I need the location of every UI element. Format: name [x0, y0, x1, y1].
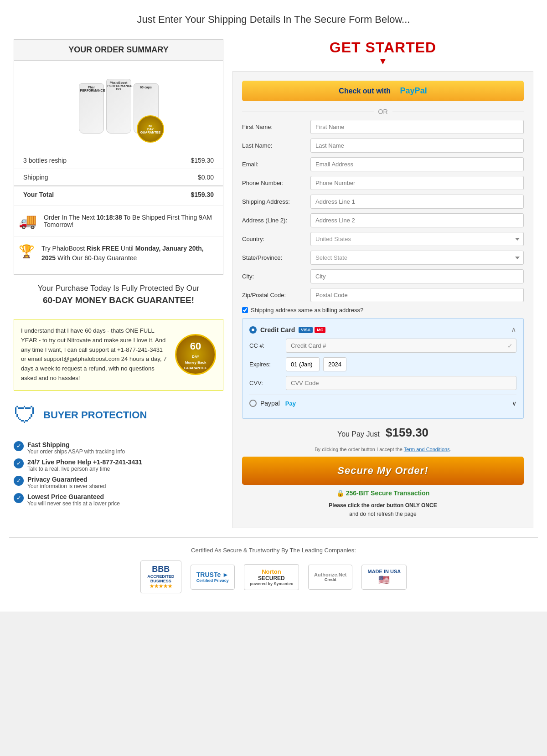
- billing-same-checkbox[interactable]: [242, 307, 248, 313]
- paypal-option-label: Paypal: [260, 400, 280, 407]
- money-back-badge: 60 DAY Money Back GUARANTEE: [175, 334, 216, 375]
- city-label: City:: [242, 269, 306, 280]
- protection-bold-text: 60-DAY MONEY BACK GUARANTEE!: [18, 295, 219, 305]
- address2-input[interactable]: [310, 213, 524, 227]
- buyer-protection-title: BUYER PROTECTION: [43, 409, 147, 421]
- phone-label: Phone Number:: [242, 176, 306, 186]
- cvv-input-wrap: [286, 376, 516, 390]
- cc-expires-row: Expires: 01 (Jan) 02 (Feb) 03 (Mar) 04 (…: [249, 357, 516, 371]
- truste-badge: TRUSTe ► Certified Privacy: [191, 565, 235, 590]
- last-name-input[interactable]: [310, 139, 524, 153]
- radio-inner: [252, 329, 254, 331]
- get-started-header: GET STARTED ▼: [232, 39, 533, 67]
- guarantee-notice: 🏆 Try PhaloBoost Risk FREE Until Monday,…: [14, 237, 223, 270]
- product-image-area: PhalPERFORMANCE PhaloBoostPERFORMANCE BO…: [14, 61, 223, 152]
- secure-order-button[interactable]: Secure My Order!: [242, 457, 524, 485]
- check-icon-2: ✓: [14, 476, 24, 486]
- cvv-label: CVV:: [249, 380, 281, 386]
- check-icon-3: ✓: [14, 493, 24, 503]
- header-text: Just Enter Your Shipping Details In The …: [137, 14, 410, 25]
- or-text: OR: [378, 108, 388, 115]
- features-list: ✓ Fast Shipping Your order ships ASAP wi…: [14, 435, 223, 513]
- first-name-input[interactable]: [310, 120, 524, 134]
- form-row-email: Email:: [242, 157, 524, 171]
- paypal-pay-logo: Pay: [285, 400, 296, 407]
- paypal-logo: PayPal: [400, 86, 427, 96]
- state-label: State/Province:: [242, 251, 306, 261]
- page-header: Just Enter Your Shipping Details In The …: [9, 9, 538, 30]
- cc-check-icon: ✓: [507, 342, 513, 350]
- check-icon-1: ✓: [14, 458, 24, 468]
- paypal-button[interactable]: Check out with PayPal: [242, 81, 524, 101]
- address1-input[interactable]: [310, 195, 524, 209]
- feature-item-3: ✓ Lowest Price Guaranteed You will never…: [14, 493, 223, 507]
- first-name-label: First Name:: [242, 120, 306, 130]
- shipping-notice: 🚚 Order In The Next 10:18:38 To Be Shipp…: [14, 205, 223, 237]
- order-label-total: Your Total: [23, 191, 54, 198]
- main-content: YOUR ORDER SUMMARY PhalPERFORMANCE Phalo…: [9, 39, 538, 528]
- billing-checkbox-label: Shipping address same as billing address…: [251, 307, 363, 314]
- order-price-shipping: $0.00: [198, 174, 214, 181]
- cvv-input[interactable]: [286, 376, 516, 390]
- terms-line: By clicking the order button I accept th…: [242, 447, 524, 452]
- footer-section: Certified As Secure & Trustworthy By The…: [9, 537, 538, 602]
- bottle-2: PhaloBoostPERFORMANCE BO: [106, 79, 131, 134]
- right-column: GET STARTED ▼ Check out with PayPal OR F…: [232, 39, 533, 528]
- shield-icon: 🛡: [14, 402, 36, 428]
- form-row-address2: Address (Line 2):: [242, 213, 524, 227]
- feature-sub-1: Talk to a real, live person any time: [27, 466, 142, 472]
- order-line-shipping: Shipping $0.00: [14, 169, 223, 185]
- expires-month-select[interactable]: 01 (Jan) 02 (Feb) 03 (Mar) 04 (Apr) 05 (…: [286, 357, 320, 371]
- secure-transaction-text: 🔒 256-BIT Secure Transaction: [242, 489, 524, 497]
- paypal-expand-icon[interactable]: ∨: [512, 400, 516, 407]
- feature-item-0: ✓ Fast Shipping Your order ships ASAP wi…: [14, 441, 223, 455]
- terms-link[interactable]: Term and Conditions: [404, 447, 450, 452]
- email-label: Email:: [242, 157, 306, 168]
- secure-btn-text: Secure My Order!: [337, 465, 428, 476]
- city-input[interactable]: [310, 269, 524, 283]
- feature-title-1: 24/7 Live Phone Help +1-877-241-3431: [27, 458, 142, 466]
- country-select[interactable]: United States Canada United Kingdom Aust…: [310, 232, 524, 246]
- cc-number-row: CC #: ✓: [249, 339, 516, 353]
- bottles-group: PhalPERFORMANCE PhaloBoostPERFORMANCE BO…: [79, 79, 159, 134]
- form-box: Check out with PayPal OR First Name: Las…: [232, 71, 533, 528]
- feature-content-0: Fast Shipping Your order ships ASAP with…: [27, 441, 125, 455]
- zip-input[interactable]: [310, 288, 524, 302]
- form-row-city: City:: [242, 269, 524, 283]
- collapse-icon[interactable]: ∧: [511, 325, 516, 334]
- cc-number-input[interactable]: [286, 339, 516, 353]
- feature-item-1: ✓ 24/7 Live Phone Help +1-877-241-3431 T…: [14, 458, 223, 472]
- buyer-protection-text: BUYER PROTECTION: [43, 409, 147, 421]
- order-line-total: Your Total $159.30: [14, 185, 223, 203]
- countdown-timer: 10:18:38: [97, 214, 122, 221]
- expires-year-select[interactable]: 2024 2025 2026 2027 2028: [323, 357, 346, 371]
- country-label: Country:: [242, 232, 306, 242]
- order-label-bottles: 3 bottles reship: [23, 157, 67, 164]
- phone-input[interactable]: [310, 176, 524, 190]
- order-price-total: $159.30: [191, 191, 214, 198]
- address2-label: Address (Line 2):: [242, 213, 306, 224]
- credit-card-option[interactable]: Credit Card VISA MC ∧: [249, 325, 516, 334]
- order-line-bottles: 3 bottles reship $159.30: [14, 152, 223, 169]
- state-select[interactable]: Select State Alabama Alaska Arizona Cali…: [310, 251, 524, 265]
- shipping-text: Order In The Next 10:18:38 To Be Shipped…: [44, 214, 218, 228]
- email-input[interactable]: [310, 157, 524, 171]
- norton-badge: Norton SECURED powered by Symantec: [244, 564, 299, 590]
- feature-title-2: Privacy Guaranteed: [27, 476, 106, 483]
- check-icon-0: ✓: [14, 441, 24, 451]
- form-row-zip: Zip/Postal Code:: [242, 288, 524, 302]
- feature-title-3: Lowest Price Guaranteed: [27, 493, 120, 500]
- lock-icon: 🔒: [336, 489, 344, 497]
- feature-sub-3: You will never see this at a lower price: [27, 500, 120, 507]
- feature-content-3: Lowest Price Guaranteed You will never s…: [27, 493, 120, 507]
- credit-card-radio[interactable]: [249, 326, 257, 334]
- bottle-label-1: PhalPERFORMANCE: [79, 84, 103, 94]
- cvv-row: CVV:: [249, 376, 516, 390]
- truck-icon: 🚚: [19, 212, 37, 230]
- paypal-radio[interactable]: [249, 400, 257, 407]
- made-in-usa-badge: MADE IN USA 🇺🇸: [361, 565, 407, 590]
- paypal-payment-option[interactable]: Paypal Pay ∨: [249, 395, 516, 411]
- expires-selects: 01 (Jan) 02 (Feb) 03 (Mar) 04 (Apr) 05 (…: [286, 357, 346, 371]
- payment-section: Credit Card VISA MC ∧ CC #: ✓: [242, 318, 524, 419]
- guarantee-badge-small: 60 DAY GUARANTEE: [137, 115, 164, 143]
